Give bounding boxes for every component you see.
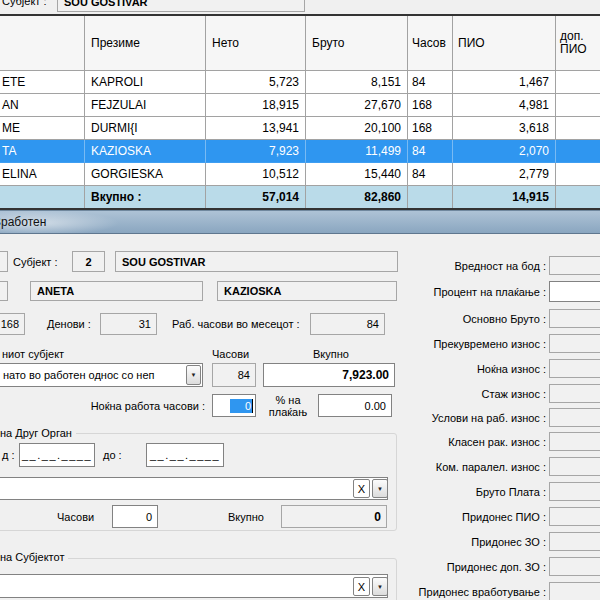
other-org-total-label: Вкупно	[228, 505, 264, 528]
grid-header-neto: Нето	[206, 16, 306, 71]
parent-subject-label: Субјект :	[2, 0, 47, 8]
employment-type-combobox[interactable]: нато во работен однос со неп	[0, 363, 203, 387]
first-name-field: ANETA	[30, 281, 203, 301]
grid-header-row: Презиме Нето Бруто Часов ПИО доп. ПИО	[0, 16, 600, 71]
other-org-from-date-input[interactable]: __.__.____	[19, 443, 95, 467]
other-org-to-label: до :	[103, 443, 122, 467]
night-work-selected-text: 0	[230, 399, 253, 413]
right-label-3: Прекувремено износ :	[330, 334, 546, 353]
clipped-field-left-1	[0, 251, 8, 272]
right-field-12	[549, 557, 600, 576]
right-label-11: Придонес ЗО :	[330, 532, 546, 551]
hours-column-header: Часови	[212, 347, 249, 360]
table-row[interactable]: ELINA GORGIESKA 10,512 15,440 84 2,779	[0, 163, 600, 186]
right-label-8: Ком. паралел. износ :	[330, 457, 546, 476]
chevron-down-icon: ▼	[191, 372, 197, 378]
night-work-input[interactable]: 0	[212, 394, 256, 417]
right-label-1: Процент на плаќање :	[330, 281, 546, 302]
right-label-0: Вредност на бод :	[330, 256, 546, 275]
right-field-7	[549, 432, 600, 451]
employment-section-label: ниот субјект	[2, 347, 64, 360]
app-window: Субјект : SOU GOSTIVAR Презиме Нето Брут…	[0, 0, 600, 600]
employee-grid: Презиме Нето Бруто Часов ПИО доп. ПИО ET…	[0, 14, 600, 210]
grid-header-pio: ПИО	[453, 16, 556, 71]
parent-subject-field: SOU GOSTIVAR	[57, 0, 305, 12]
right-label-9: Бруто Плата :	[330, 482, 546, 501]
days-label: Денови :	[47, 313, 91, 335]
right-field-6	[549, 408, 600, 427]
right-field-3	[549, 334, 600, 353]
subject-label: Субјект :	[13, 251, 58, 272]
right-label-12: Придонес доп. ЗО :	[330, 557, 546, 576]
right-field-5	[549, 384, 600, 403]
right-field-4	[549, 359, 600, 378]
table-row[interactable]: ETE KAPROLI 5,723 8,151 84 1,467	[0, 71, 600, 94]
right-label-6: Услови на раб. износ :	[330, 408, 546, 427]
other-org-to-date-input[interactable]: __.__.____	[146, 443, 224, 467]
night-work-label: Ноќна работа часови :	[40, 394, 205, 417]
employment-hours-field: 84	[212, 363, 256, 387]
other-org-group-title: на Друг Орган	[0, 427, 76, 439]
employment-type-dropdown-button[interactable]: ▼	[186, 365, 201, 385]
right-label-4: Ноќна износ :	[330, 359, 546, 378]
right-field-10	[549, 507, 600, 526]
right-label-10: Придонес ПИО :	[330, 507, 546, 526]
work-hours-label: Раб. часови во месецот :	[172, 313, 300, 335]
table-row[interactable]: AN FEJZULAI 18,915 27,670 168 4,981	[0, 94, 600, 117]
right-field-0	[549, 256, 600, 275]
right-field-2	[549, 309, 600, 328]
grid-header-surname: Презиме	[85, 16, 206, 71]
employee-window-titlebar[interactable]: Вработен	[0, 210, 600, 234]
right-field-1[interactable]	[549, 281, 600, 302]
right-field-11	[549, 532, 600, 551]
right-label-13: Придонес вработување :	[330, 582, 546, 600]
table-row[interactable]: ME DURMI{I 13,941 20,100 168 3,618	[0, 117, 600, 140]
right-field-13	[549, 582, 600, 600]
right-label-2: Основно Бруто :	[330, 309, 546, 328]
right-label-7: Класен рак. износ :	[330, 432, 546, 451]
other-org-hours-label: Часови	[57, 505, 94, 528]
grid-header-dop-pio: доп. ПИО	[556, 16, 600, 71]
pay-pct-label: % на плаќањ	[262, 394, 314, 417]
clipped-field-left-2	[0, 281, 8, 301]
grid-header-hours: Часов	[408, 16, 453, 71]
subject-code-field: 2	[72, 251, 105, 272]
days-field: 31	[100, 313, 157, 335]
grid-header-bruto: Бруто	[306, 16, 408, 71]
total-label: Вкупно :	[85, 186, 206, 208]
right-field-8	[549, 457, 600, 476]
right-label-5: Стаж износ :	[330, 384, 546, 403]
table-total-row: Вкупно : 57,014 82,860 14,915	[0, 186, 600, 208]
other-org-from-label: д :	[2, 443, 15, 467]
other-org-hours-input[interactable]: 0	[112, 505, 158, 528]
grid-header-name	[0, 16, 85, 71]
subject-org-group-title: на Субјектот	[0, 551, 68, 563]
month-hours-168-field: 168	[0, 313, 25, 335]
table-row-selected[interactable]: TA KAZIOSKA 7,923 11,499 84 2,070	[0, 140, 600, 163]
employee-window-title: Вработен	[0, 215, 46, 229]
right-field-9	[549, 482, 600, 501]
